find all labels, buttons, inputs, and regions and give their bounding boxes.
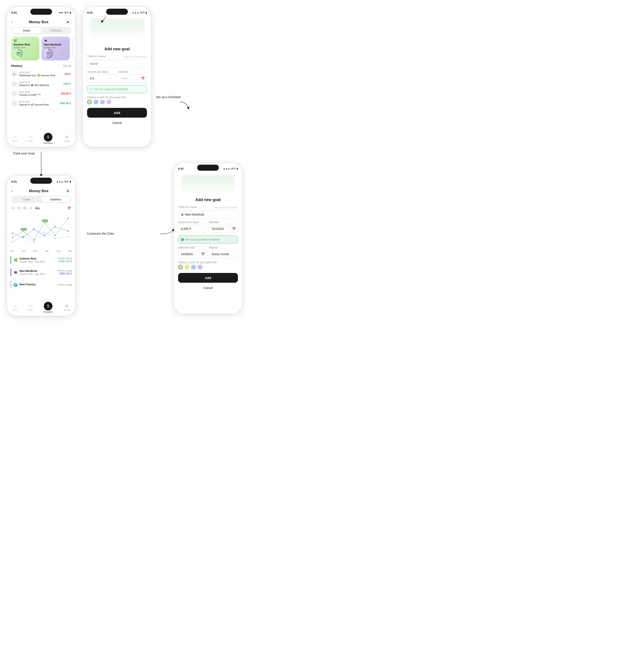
name-label-4: Think of a name bbox=[178, 206, 197, 209]
day-label-4: Select the day bbox=[178, 246, 207, 249]
svg-point-19 bbox=[68, 231, 69, 232]
svg-point-8 bbox=[12, 237, 13, 238]
goal-stat-country[interactable]: 🌍 New Country October saving bbox=[10, 279, 72, 291]
stat-label-macbook: October saving bbox=[57, 269, 72, 272]
dynamic-island-3 bbox=[30, 178, 52, 184]
wifi-icon-4: WiFi bbox=[231, 167, 236, 170]
nav-settings-3[interactable]: ⚙ Settings bbox=[63, 304, 70, 311]
time-2: 9:41 bbox=[87, 11, 93, 14]
history-item-0[interactable]: ↩ 30.07.2023 Withdrawal from 🌿 Summer Re… bbox=[11, 69, 71, 79]
stat-right-summer: October saving 2 927,21 € bbox=[57, 257, 72, 263]
schedule-label-2: Set up a payment schedule bbox=[94, 87, 129, 91]
filter-1y[interactable]: 1Y bbox=[29, 207, 32, 210]
history-desc-0: Withdrawal from 🌿 Summer Rest bbox=[19, 74, 64, 77]
stat-icon-macbook: 💻 bbox=[14, 270, 18, 275]
history-item-1[interactable]: ↓ 30.07.2023 Deposit to 💻 New Macbook +5… bbox=[11, 79, 71, 89]
filter-all[interactable]: ALL bbox=[35, 207, 40, 210]
nav-cards-1[interactable]: ▪ Cards bbox=[28, 135, 33, 142]
goal-card-add[interactable]: + Op bbox=[72, 36, 75, 60]
goal-progress-macbook: 57% Euro bbox=[44, 49, 53, 59]
history-item-3[interactable]: ↓ 30.07.2023 Deposit to 🌿 Summer Rest +8… bbox=[11, 99, 71, 108]
history-icon-0: ↩ bbox=[11, 71, 17, 77]
color-purple-4[interactable] bbox=[198, 265, 202, 269]
status-bar-4: 9:41 ▲▲▲ WiFi ▮ bbox=[174, 163, 242, 173]
color-blue-4[interactable] bbox=[191, 265, 196, 269]
filter-7d[interactable]: 7D bbox=[17, 207, 20, 210]
color-yellow-4[interactable] bbox=[185, 265, 189, 269]
stat-bar-country bbox=[10, 281, 11, 289]
phone-2-add-goal: 9:41 ▲▲▲ WiFi ▮ Add new goal Think of a … bbox=[82, 6, 152, 147]
calendar-filter-icon[interactable]: 📅 bbox=[68, 206, 71, 210]
cancel-button-4[interactable]: Cancel bbox=[178, 285, 238, 291]
goal-card-macbook[interactable]: 💻 New Macbook October 2025 57% Euro bbox=[42, 36, 70, 60]
stat-amount-summer: 2 927,21 € bbox=[57, 260, 72, 263]
chart-area-3: 604 € 524 € bbox=[10, 212, 72, 246]
svg-point-16 bbox=[33, 228, 35, 230]
nav-settings-1[interactable]: ⚙ Settings bbox=[63, 135, 70, 142]
amount-input-4[interactable] bbox=[178, 225, 207, 233]
wifi-icon-2: WiFi bbox=[140, 11, 145, 14]
goal-card-summer[interactable]: 🌿 Summer Rest October 2025 40% Euro bbox=[11, 36, 40, 60]
nav-moneybox-3[interactable]: $ MoneyBox bbox=[44, 302, 53, 313]
status-icons-4: ▲▲▲ WiFi ▮ bbox=[223, 167, 238, 170]
color-purple-2[interactable] bbox=[100, 100, 105, 104]
status-bar-3: 9:41 ▲▲▲ WiFi ▮ bbox=[7, 176, 75, 185]
add-button-2[interactable]: Add bbox=[87, 108, 147, 118]
stat-right-country: October saving bbox=[57, 284, 72, 286]
back-button-3[interactable]: ‹ bbox=[11, 189, 12, 193]
back-button-1[interactable]: ‹ bbox=[11, 20, 12, 24]
see-all-button[interactable]: See all bbox=[63, 64, 71, 68]
add-goal-modal-4: Add new goal Think of a name Maximum 20 … bbox=[174, 194, 242, 314]
svg-point-23 bbox=[44, 232, 45, 233]
history-date-3: 30.07.2023 bbox=[19, 101, 59, 103]
settings-icon-1: ⚙ bbox=[65, 135, 69, 139]
goal-stat-summer[interactable]: 🌿 Summer Rest October 2025 – May 2025 Oc… bbox=[10, 254, 72, 266]
battery-icon-4: ▮ bbox=[237, 167, 238, 170]
tab-goals-3[interactable]: Goals bbox=[12, 197, 41, 202]
phone-3-header: ‹ Money Box ⚙ bbox=[7, 185, 75, 196]
x-label-feb: Feb bbox=[56, 250, 60, 252]
name-input-4[interactable] bbox=[178, 210, 238, 218]
calendar-icon-4: 📅 bbox=[232, 227, 236, 231]
tab-statistics-1[interactable]: Statistics bbox=[41, 27, 71, 33]
tab-statistics-3[interactable]: Statistics bbox=[41, 197, 71, 202]
stat-info-summer: Summer Rest October 2025 – May 2025 bbox=[20, 257, 57, 263]
schedule-button-4[interactable]: ✓ Set up a payment schedule bbox=[178, 235, 238, 243]
filter-1m[interactable]: 1M bbox=[23, 207, 27, 210]
history-amount-1: +500 € bbox=[63, 82, 71, 85]
schedule-button-2[interactable]: Set up a payment schedule bbox=[87, 85, 147, 93]
cancel-button-2[interactable]: Cancel bbox=[87, 120, 147, 126]
color-green-4[interactable] bbox=[178, 265, 183, 269]
deadline-label-2: Deadline bbox=[118, 70, 147, 73]
svg-point-18 bbox=[55, 226, 56, 228]
color-lavender-2[interactable] bbox=[107, 100, 111, 104]
nav-home-3[interactable]: ⌂ Home bbox=[12, 304, 17, 311]
settings-button-1[interactable]: ⚙ bbox=[65, 19, 71, 25]
nav-cards-3[interactable]: ▪ Cards bbox=[28, 304, 33, 311]
color-blue-2[interactable] bbox=[94, 100, 98, 104]
history-item-2[interactable]: → 30.07.2023 Transfer to 9432 **** -560,… bbox=[11, 89, 71, 99]
svg-text:604 €: 604 € bbox=[43, 220, 47, 222]
deadline-half-2: Deadline 📅 bbox=[118, 70, 147, 82]
amount-input-2[interactable] bbox=[87, 74, 116, 82]
tab-goals-1[interactable]: Goals bbox=[12, 27, 41, 33]
dynamic-island-1 bbox=[30, 9, 52, 15]
svg-point-20 bbox=[12, 241, 13, 242]
goal-stat-macbook[interactable]: 💻 New MacBook October 2025 – May 2025 Oc… bbox=[10, 266, 72, 279]
color-green-2[interactable] bbox=[87, 100, 92, 104]
bottom-nav-1: ⌂ Home ▪ Cards $ MoneyBox ⚙ Settings bbox=[7, 132, 75, 147]
page-title-3: Money Box bbox=[29, 189, 49, 193]
nav-moneybox-label-1: MoneyBox bbox=[44, 142, 53, 144]
nav-home-1[interactable]: ⌂ Home bbox=[12, 135, 17, 142]
repeat-input-4[interactable] bbox=[209, 250, 238, 258]
name-input-2[interactable] bbox=[87, 59, 147, 68]
add-button-4[interactable]: Add bbox=[178, 273, 238, 283]
nav-moneybox-1[interactable]: $ MoneyBox bbox=[44, 133, 53, 144]
status-icons-3: ▲▲▲ WiFi ▮ bbox=[56, 180, 71, 183]
nav-cards-label-3: Cards bbox=[28, 309, 33, 311]
history-info-3: 30.07.2023 Deposit to 🌿 Summer Rest bbox=[19, 101, 59, 106]
goals-row-1: 🌿 Summer Rest October 2025 40% Euro bbox=[7, 36, 75, 63]
filter-1d[interactable]: 1D bbox=[11, 207, 15, 210]
stat-icon-summer: 🌿 bbox=[14, 258, 18, 262]
settings-button-3[interactable]: ⚙ bbox=[65, 188, 71, 194]
